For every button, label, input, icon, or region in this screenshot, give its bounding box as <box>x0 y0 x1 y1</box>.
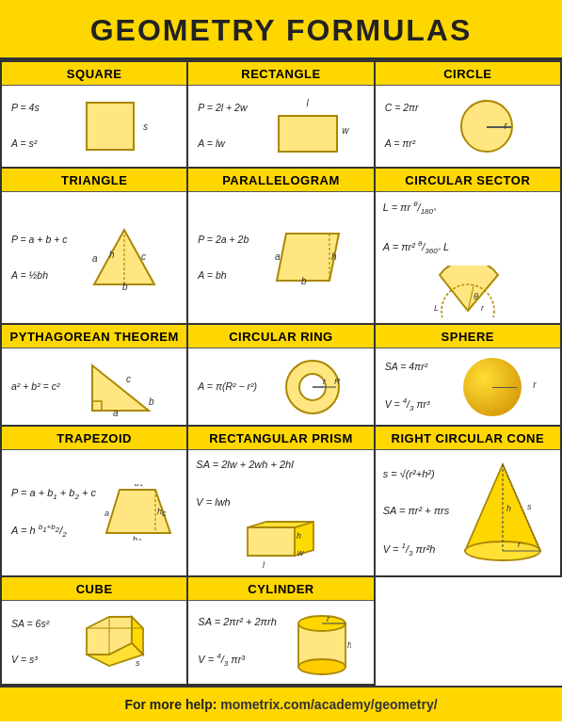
svg-text:R: R <box>334 377 341 386</box>
svg-marker-15 <box>92 365 149 411</box>
square-shape: s s <box>43 93 178 159</box>
cell-sphere: SPHERE SA = 4πr² V = 4/3 πr³ r <box>376 325 562 427</box>
svg-text:b: b <box>301 276 307 286</box>
triangle-shape: h c a b <box>71 226 177 290</box>
svg-text:h: h <box>347 640 351 650</box>
footer-link[interactable]: mometrix.com/academy/geometry/ <box>220 697 437 712</box>
svg-marker-33 <box>248 527 295 556</box>
svg-text:b: b <box>149 396 154 407</box>
svg-text:θ: θ <box>474 292 478 301</box>
cell-right-circular-cone-title: RIGHT CIRCULAR CONE <box>376 427 560 450</box>
cone-formulas: s = √(r²+h²) SA = πr² + πrs V = 1/3 πr²h <box>383 465 450 560</box>
cell-circle: CIRCLE C = 2πr A = πr² r <box>376 62 562 169</box>
trapezoid-shape: a h c b₁ b₂ <box>100 484 177 541</box>
svg-text:r: r <box>481 303 485 313</box>
svg-text:a: a <box>104 509 109 518</box>
svg-text:L: L <box>434 303 439 313</box>
svg-text:b₂: b₂ <box>133 535 141 541</box>
svg-text:w: w <box>297 548 304 558</box>
formulas-grid: SQUARE P = 4s A = s² s s RECTANGLE P = 2… <box>0 60 562 686</box>
svg-text:b: b <box>122 282 128 290</box>
cube-shape: s <box>53 613 177 671</box>
rectangle-formulas: P = 2l + 2w A = lw <box>198 100 247 153</box>
cell-circular-sector-title: CIRCULAR SECTOR <box>376 169 560 192</box>
cell-pythagorean-title: PYTHAGOREAN THEOREM <box>2 325 186 348</box>
header: GEOMETRY FORMULAS <box>0 0 562 60</box>
cell-parallelogram: PARALLELOGRAM P = 2a + 2b A = bh a b h <box>188 169 375 325</box>
sphere-shape: r <box>433 358 551 416</box>
ring-shape: r R <box>261 358 364 416</box>
cell-rectangular-prism-title: RECTANGULAR PRISM <box>188 427 373 450</box>
sphere-formulas: SA = 4πr² V = 4/3 πr³ <box>385 359 430 414</box>
cone-shape: h r s <box>453 461 553 564</box>
svg-text:h: h <box>331 251 337 262</box>
svg-text:c: c <box>141 251 146 262</box>
cell-rectangle-title: RECTANGLE <box>188 62 373 86</box>
svg-text:a: a <box>113 408 119 417</box>
svg-text:c: c <box>126 374 131 384</box>
cell-cylinder-title: CYLINDER <box>188 577 373 601</box>
circle-shape: r <box>423 100 551 153</box>
cell-parallelogram-title: PARALLELOGRAM <box>188 169 373 192</box>
cell-circle-title: CIRCLE <box>376 62 560 86</box>
pythagorean-formulas: a² + b² = c² <box>11 379 59 396</box>
svg-text:l: l <box>263 560 265 570</box>
footer: For more help: mometrix.com/academy/geom… <box>0 686 562 721</box>
circular-sector-formulas: L = πr θ/180° A = πr² θ/360° L <box>383 198 449 258</box>
cell-triangle: TRIANGLE P = a + b + c A = ½bh h c a b <box>2 169 188 325</box>
cell-cylinder: CYLINDER SA = 2πr² + 2πrh V = 4/3 πr³ r … <box>188 577 375 686</box>
cell-right-circular-cone: RIGHT CIRCULAR CONE s = √(r²+h²) SA = πr… <box>376 427 562 576</box>
cell-trapezoid: TRAPEZOID P = a + b1 + b2 + c A = h b1+b… <box>2 427 188 576</box>
pythagorean-shape: c b a <box>63 356 177 417</box>
svg-text:c: c <box>162 509 167 518</box>
svg-text:h: h <box>109 250 115 260</box>
svg-text:b₁: b₁ <box>135 484 143 488</box>
cell-circular-sector: CIRCULAR SECTOR L = πr θ/180° A = πr² θ/… <box>376 169 562 325</box>
svg-point-54 <box>298 659 345 674</box>
cell-circular-ring: CIRCULAR RING A = π(R² − r²) r R <box>188 325 375 427</box>
svg-text:s: s <box>136 658 140 668</box>
svg-text:a: a <box>275 251 281 262</box>
cell-rectangle: RECTANGLE P = 2l + 2w A = lw l w <box>188 62 375 169</box>
svg-text:h: h <box>506 504 511 513</box>
cell-pythagorean: PYTHAGOREAN THEOREM a² + b² = c² c b a <box>2 325 188 427</box>
cell-sphere-title: SPHERE <box>376 325 560 348</box>
page-title: GEOMETRY FORMULAS <box>9 13 553 48</box>
svg-text:s: s <box>527 502 532 511</box>
footer-text: For more help: mometrix.com/academy/geom… <box>124 697 437 712</box>
cell-triangle-title: TRIANGLE <box>2 169 186 192</box>
svg-text:a: a <box>92 253 98 264</box>
rectangular-prism-formulas: SA = 2lw + 2wh + 2hl V = lwh <box>196 456 293 511</box>
cell-trapezoid-title: TRAPEZOID <box>2 427 186 450</box>
cell-cube-title: CUBE <box>2 577 186 601</box>
circular-ring-formulas: A = π(R² − r²) <box>198 379 257 396</box>
cylinder-shape: r h <box>281 608 364 676</box>
cell-cube: CUBE SA = 6s² V = s³ s <box>2 577 188 686</box>
parallelogram-shape: a b h <box>252 230 363 286</box>
rectangle-shape: l w <box>251 100 364 153</box>
parallelogram-formulas: P = 2a + 2b A = bh <box>198 232 249 284</box>
cell-square-title: SQUARE <box>2 62 186 86</box>
square-formulas: P = 4s A = s² <box>11 100 40 153</box>
cell-square: SQUARE P = 4s A = s² s s <box>2 62 188 169</box>
cylinder-formulas: SA = 2πr² + 2πrh V = 4/3 πr³ <box>198 613 276 671</box>
svg-text:h: h <box>297 531 301 541</box>
cell-rectangular-prism: RECTANGULAR PRISM SA = 2lw + 2wh + 2hl V… <box>188 427 375 576</box>
cube-formulas: SA = 6s² V = s³ <box>11 616 49 669</box>
cell-circular-ring-title: CIRCULAR RING <box>188 325 373 348</box>
triangle-formulas: P = a + b + c A = ½bh <box>11 232 67 284</box>
circle-formulas: C = 2πr A = πr² <box>385 100 419 153</box>
trapezoid-formulas: P = a + b1 + b2 + c A = h b1+b2/2 <box>11 484 96 542</box>
